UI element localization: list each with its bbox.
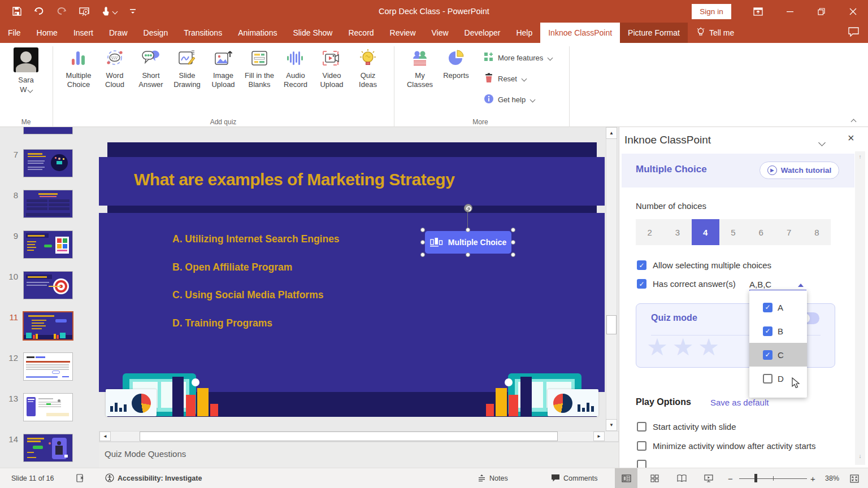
slide-option-a[interactable]: A. Utilizing Internet Search Engines	[172, 233, 340, 245]
vertical-scrollbar[interactable]	[606, 127, 617, 431]
dropdown-option-b[interactable]: ✓B	[749, 319, 807, 343]
allow-multiple-row[interactable]: ✓ Allow selecting multiple choices	[637, 260, 771, 270]
selection-handle[interactable]	[466, 228, 470, 232]
horizontal-scroll-thumb[interactable]	[140, 432, 558, 441]
word-cloud-button[interactable]: Word Cloud	[97, 47, 133, 90]
selection-handle[interactable]	[466, 252, 470, 257]
difficulty-stars[interactable]: ★★★	[646, 333, 724, 361]
clipped-option-row[interactable]	[637, 460, 646, 468]
accessibility-status[interactable]: Accessibility: Investigate	[105, 468, 202, 488]
sign-in-button[interactable]: Sign in	[692, 4, 731, 19]
undo-icon[interactable]	[34, 7, 44, 16]
scroll-down-icon[interactable]: ▼	[606, 419, 617, 431]
selection-handle[interactable]	[420, 228, 425, 232]
slide-option-d[interactable]: D. Training Programs	[172, 317, 272, 329]
tab-design[interactable]: Design	[136, 23, 176, 43]
fill-in-the-blanks-button[interactable]: Fill in the Blanks	[241, 47, 277, 90]
quiz-ideas-button[interactable]: Quiz Ideas	[350, 47, 386, 90]
slide-thumbnail-8[interactable]	[24, 190, 72, 217]
feedback-icon[interactable]	[848, 27, 859, 39]
user-avatar[interactable]	[14, 47, 38, 72]
user-name[interactable]: SaraW	[6, 76, 46, 95]
tab-review[interactable]: Review	[382, 23, 424, 43]
choice-count-4[interactable]: 4	[692, 219, 719, 245]
image-upload-button[interactable]: Image Upload	[205, 47, 241, 90]
scroll-down-icon[interactable]: ↓	[855, 453, 865, 459]
choice-count-2[interactable]: 2	[636, 219, 663, 245]
collapse-ribbon-icon[interactable]	[850, 116, 856, 127]
play-option-row[interactable]: Start activity with slide	[637, 422, 736, 432]
zoom-in-icon[interactable]: +	[810, 468, 815, 488]
tab-animations[interactable]: Animations	[230, 23, 285, 43]
fit-slide-icon[interactable]	[850, 468, 859, 488]
save-icon[interactable]	[12, 7, 21, 16]
selection-handle[interactable]	[511, 252, 515, 257]
dropdown-option-c[interactable]: ✓C	[749, 343, 807, 367]
ribbon-display-options-icon[interactable]	[745, 0, 771, 23]
choice-count-8[interactable]: 8	[803, 219, 831, 245]
play-option-row[interactable]: Minimize activity window after activity …	[637, 441, 815, 451]
short-answer-button[interactable]: Short Answer	[133, 47, 169, 90]
slide-option-c[interactable]: C. Using Social Media Platforms	[172, 289, 323, 301]
notes-text[interactable]: Quiz Mode Questions	[105, 449, 186, 459]
tab-file[interactable]: File	[0, 23, 29, 43]
zoom-slider-thumb[interactable]	[754, 474, 757, 482]
tab-draw[interactable]: Draw	[101, 23, 136, 43]
checkbox-unchecked-icon[interactable]	[637, 441, 646, 451]
slide-thumbnail-12[interactable]	[24, 353, 72, 380]
choice-count-6[interactable]: 6	[747, 219, 775, 245]
selection-handle[interactable]	[420, 240, 425, 245]
tab-slide-show[interactable]: Slide Show	[285, 23, 340, 43]
close-icon[interactable]	[840, 0, 866, 23]
tab-inknoe-classpoint[interactable]: Inknoe ClassPoint	[540, 23, 620, 43]
checkbox-checked-icon[interactable]: ✓	[763, 350, 772, 360]
choice-count-5[interactable]: 5	[719, 219, 747, 245]
rotation-handle[interactable]	[464, 204, 472, 212]
reading-view-icon[interactable]	[671, 468, 692, 488]
selection-handle[interactable]	[420, 252, 425, 257]
save-as-default-link[interactable]: Save as default	[710, 398, 769, 407]
slide-option-b[interactable]: B. Open Affiliate Program	[172, 262, 292, 273]
scroll-right-icon[interactable]: ►	[593, 432, 605, 441]
vertical-scroll-thumb[interactable]	[606, 315, 617, 334]
notes-toggle[interactable]: Notes	[478, 468, 508, 488]
slide-thumbnail-11[interactable]	[24, 312, 72, 339]
tab-developer[interactable]: Developer	[457, 23, 509, 43]
reset-button[interactable]: Reset	[484, 73, 526, 85]
tab-home[interactable]: Home	[29, 23, 66, 43]
slideshow-from-start-icon[interactable]	[79, 7, 89, 16]
tell-me-box[interactable]: Tell me	[688, 23, 743, 43]
redo-icon[interactable]	[57, 7, 67, 16]
get-help-button[interactable]: Get help	[484, 94, 535, 106]
checkbox-checked-icon[interactable]: ✓	[637, 279, 646, 289]
tab-view[interactable]: View	[424, 23, 457, 43]
checkbox-checked-icon[interactable]: ✓	[637, 260, 646, 270]
tab-transitions[interactable]: Transitions	[176, 23, 230, 43]
minimize-icon[interactable]	[777, 0, 803, 23]
slide-thumbnail-10[interactable]	[24, 272, 72, 299]
selection-handle[interactable]	[511, 228, 515, 232]
watch-tutorial-button[interactable]: ▶ Watch tutorial	[760, 162, 839, 179]
slide-thumbnail-14[interactable]	[24, 434, 72, 461]
touch-mouse-mode-icon[interactable]	[102, 7, 117, 16]
multiple-choice-slide-button[interactable]: Multiple Choice	[425, 231, 511, 254]
comments-toggle[interactable]: Comments	[551, 468, 597, 488]
normal-view-icon[interactable]	[615, 468, 637, 488]
multiple-choice-button[interactable]: Multiple Choice	[60, 47, 97, 90]
dropdown-option-a[interactable]: ✓A	[749, 295, 807, 319]
checkbox-unchecked-icon[interactable]	[637, 422, 646, 432]
selection-handle[interactable]	[511, 240, 515, 245]
task-pane-scrollbar[interactable]: ↑ ↓	[855, 151, 865, 465]
caret-up-icon[interactable]	[798, 284, 804, 287]
zoom-out-icon[interactable]: −	[728, 468, 733, 488]
notes-pane[interactable]: Quiz Mode Questions	[99, 442, 619, 468]
dropdown-option-d[interactable]: D	[749, 367, 807, 390]
audio-record-button[interactable]: Audio Record	[277, 47, 314, 90]
video-upload-button[interactable]: Video Upload	[314, 47, 350, 90]
reports-button[interactable]: Reports	[438, 47, 474, 80]
scroll-left-icon[interactable]: ◄	[99, 432, 111, 441]
restore-icon[interactable]	[808, 0, 834, 23]
slide-thumbnail-13[interactable]	[24, 394, 72, 421]
tab-picture-format[interactable]: Picture Format	[620, 23, 688, 43]
customize-qat-icon[interactable]	[129, 7, 136, 15]
